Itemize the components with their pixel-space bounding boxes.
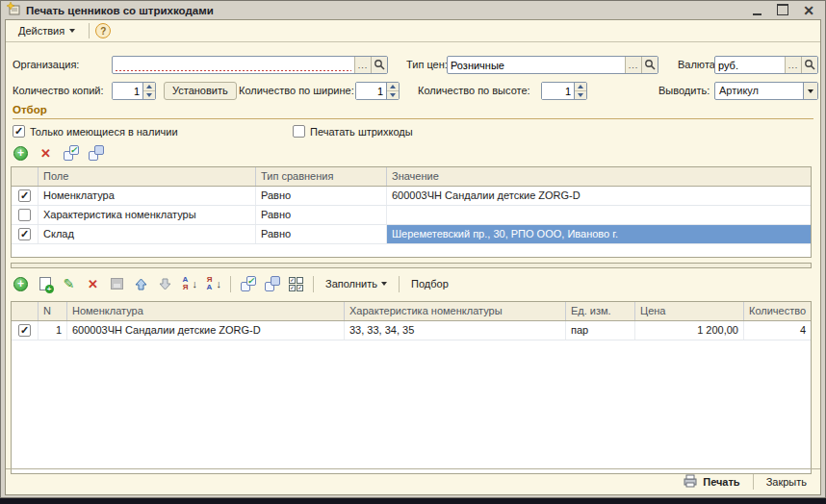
filter-cell-value[interactable]: 600003ЧН Сандалии детские ZORG-D — [387, 187, 811, 205]
organization-input[interactable] — [113, 57, 354, 73]
filter-check-all-icon[interactable] — [63, 145, 79, 162]
item-cell-price[interactable]: 1 200,00 — [635, 321, 744, 340]
move-up-icon[interactable] — [133, 276, 149, 292]
items-col-price[interactable]: Цена — [635, 302, 744, 320]
close-button[interactable]: ✕ — [802, 4, 815, 17]
organization-search-icon[interactable] — [371, 57, 387, 73]
items-toolbar: + + ✎ ✕ АЯ↓ ЯА↓ ✓✓✓ Заполнить — [13, 273, 452, 294]
window-title: Печать ценников со штрихкодами — [26, 5, 214, 16]
fill-menu-label: Заполнить — [325, 278, 377, 290]
copies-spin-up[interactable] — [143, 83, 155, 91]
items-uncheck-all-icon[interactable] — [264, 276, 280, 292]
price-type-field-wrap: ... — [447, 56, 658, 74]
filter-cell-field[interactable]: Номенклатура — [39, 187, 256, 205]
filter-cell-value[interactable] — [387, 206, 811, 224]
item-cell-characteristic[interactable]: 33, 33, 34, 35 — [345, 321, 566, 340]
only-available-label: Только имеющиеся в наличии — [30, 126, 178, 138]
per-height-input[interactable] — [542, 83, 574, 99]
print-barcodes-checkbox[interactable] — [293, 125, 305, 138]
per-width-spin-up[interactable] — [387, 83, 399, 91]
print-button-label: Печать — [703, 476, 739, 488]
item-cell-nomenclature[interactable]: 600003ЧН Сандалии детские ZORG-D — [67, 321, 345, 340]
splitter-handle[interactable] — [11, 263, 812, 268]
items-edit-icon[interactable]: ✎ — [61, 276, 77, 292]
maximize-button[interactable] — [776, 4, 789, 17]
output-dropdown[interactable]: Артикул — [714, 82, 818, 100]
minimize-button[interactable] — [750, 4, 763, 17]
move-down-icon[interactable] — [157, 276, 173, 292]
print-barcodes-option[interactable]: Печатать штрихкоды — [293, 124, 413, 139]
item-cell-quantity[interactable]: 4 — [744, 321, 811, 340]
price-type-ellipsis-button[interactable]: ... — [625, 57, 641, 73]
filter-cell-comparison[interactable]: Равно — [256, 187, 387, 205]
only-available-option[interactable]: Только имеющиеся в наличии — [13, 124, 178, 139]
filter-row-checkbox[interactable] — [18, 189, 31, 202]
per-width-input[interactable] — [356, 83, 386, 99]
items-col-nomenclature[interactable]: Номенклатура — [67, 302, 345, 320]
currency-ellipsis-button[interactable]: ... — [785, 57, 801, 73]
filter-row-checkbox[interactable] — [18, 228, 31, 240]
item-cell-n[interactable]: 1 — [39, 321, 67, 340]
titlebar[interactable]: Печать ценников со штрихкодами ✕ — [1, 1, 825, 19]
currency-input[interactable] — [715, 57, 785, 73]
filter-cell-field[interactable]: Склад — [39, 225, 256, 243]
items-copy-icon[interactable]: + — [37, 276, 53, 292]
pick-button[interactable]: Подбор — [408, 276, 452, 291]
per-width-spin-down[interactable] — [387, 91, 399, 99]
filter-table-empty-area[interactable] — [12, 244, 811, 257]
separator — [89, 23, 90, 38]
items-col-quantity[interactable]: Количество — [744, 302, 811, 320]
chevron-down-icon — [381, 282, 387, 286]
price-type-search-icon[interactable] — [641, 57, 658, 73]
items-check-all-icon[interactable] — [240, 276, 256, 292]
filter-cell-field[interactable]: Характеристика номенклатуры — [39, 206, 256, 224]
fill-menu-button[interactable]: Заполнить — [323, 276, 390, 291]
filter-cell-comparison[interactable]: Равно — [256, 206, 387, 224]
output-dropdown-arrow-icon[interactable] — [803, 83, 817, 99]
filter-cell-comparison[interactable]: Равно — [256, 225, 387, 243]
filter-table-header[interactable]: Поле Тип сравнения Значение — [12, 167, 811, 187]
set-button[interactable]: Установить — [164, 82, 237, 100]
only-available-checkbox[interactable] — [13, 125, 25, 138]
table-row[interactable]: 1 600003ЧН Сандалии детские ZORG-D 33, 3… — [12, 321, 811, 340]
sort-desc-icon[interactable]: ЯА↓ — [205, 276, 221, 292]
items-table-header[interactable]: N Номенклатура Характеристика номенклату… — [12, 302, 811, 321]
filter-cell-value[interactable]: Шереметевский пр., 30, РПО ООО, Иваново … — [387, 225, 811, 243]
filter-col-comparison[interactable]: Тип сравнения — [256, 167, 387, 186]
items-delete-icon[interactable]: ✕ — [85, 276, 101, 292]
per-height-spin-up[interactable] — [575, 83, 586, 91]
items-col-unit[interactable]: Ед. изм. — [566, 302, 635, 320]
item-cell-unit[interactable]: пар — [566, 321, 635, 340]
filter-section-title: Отбор — [13, 104, 47, 115]
items-table: N Номенклатура Характеристика номенклату… — [11, 301, 812, 474]
item-row-checkbox[interactable] — [18, 324, 31, 337]
filter-row[interactable]: Номенклатура Равно 600003ЧН Сандалии дет… — [12, 187, 811, 206]
output-label: Выводить: — [658, 82, 710, 100]
per-height-spin-down[interactable] — [575, 91, 586, 99]
separator — [399, 276, 400, 292]
organization-ellipsis-button[interactable]: ... — [354, 57, 371, 73]
help-button[interactable]: ? — [95, 23, 111, 38]
filter-row[interactable]: Характеристика номенклатуры Равно — [12, 206, 811, 225]
items-col-characteristic[interactable]: Характеристика номенклатуры — [345, 302, 566, 320]
filter-delete-icon[interactable]: ✕ — [38, 145, 54, 162]
copies-input[interactable] — [113, 83, 142, 99]
currency-search-icon[interactable] — [801, 57, 817, 73]
copies-spin-down[interactable] — [143, 91, 155, 99]
filter-col-value[interactable]: Значение — [387, 167, 811, 186]
items-table-empty-area[interactable] — [12, 340, 811, 473]
filter-col-field[interactable]: Поле — [39, 167, 256, 186]
price-type-input[interactable] — [448, 57, 625, 73]
filter-uncheck-all-icon[interactable] — [88, 145, 104, 162]
filter-table: Поле Тип сравнения Значение Номенклатура… — [11, 166, 812, 258]
print-button[interactable]: Печать — [679, 472, 743, 491]
toggle-marks-icon[interactable]: ✓✓✓ — [288, 276, 304, 292]
filter-add-icon[interactable]: + — [13, 145, 29, 162]
items-col-n[interactable]: N — [39, 302, 67, 320]
actions-menu-button[interactable]: Действия — [11, 21, 83, 40]
close-form-button[interactable]: Закрыть — [762, 474, 811, 490]
items-add-icon[interactable]: + — [13, 276, 29, 292]
filter-row-checkbox[interactable] — [18, 209, 31, 221]
sort-asc-icon[interactable]: АЯ↓ — [181, 276, 197, 292]
filter-row[interactable]: Склад Равно Шереметевский пр., 30, РПО О… — [12, 225, 811, 244]
